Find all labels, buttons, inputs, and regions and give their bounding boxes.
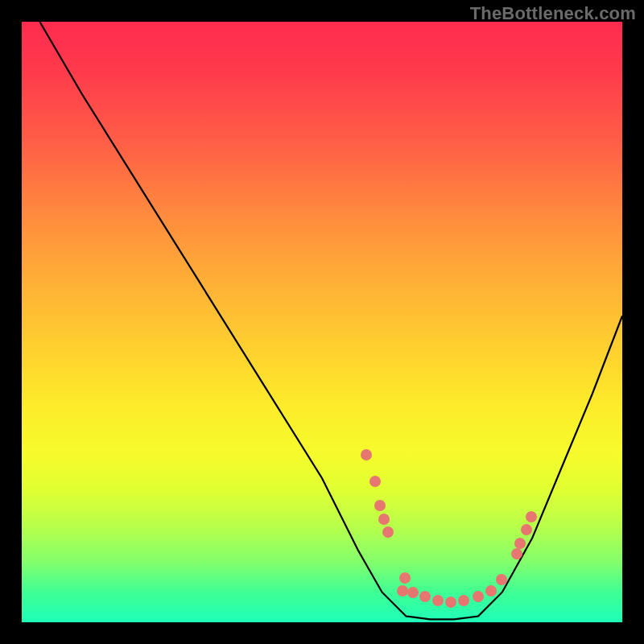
marker-point (382, 526, 394, 538)
marker-point (369, 476, 381, 487)
marker-point (485, 585, 497, 597)
marker-point (397, 585, 408, 597)
watermark-text: TheBottleneck.com (470, 3, 636, 24)
chart-svg (0, 0, 644, 644)
marker-point (399, 572, 411, 584)
marker-point (361, 449, 372, 460)
marker-point (419, 591, 431, 602)
marker-point (526, 511, 537, 522)
marker-point (496, 574, 507, 585)
chart-curve (39, 22, 622, 619)
marker-point (514, 538, 526, 549)
chart-container: TheBottleneck.com (0, 0, 644, 644)
marker-point (511, 548, 522, 559)
marker-point (407, 587, 419, 598)
marker-point (445, 597, 456, 608)
marker-point (521, 524, 532, 535)
marker-point (458, 595, 469, 606)
chart-markers (361, 449, 537, 608)
marker-point (432, 595, 444, 606)
marker-point (374, 500, 386, 511)
marker-point (378, 514, 390, 525)
marker-point (473, 591, 484, 602)
